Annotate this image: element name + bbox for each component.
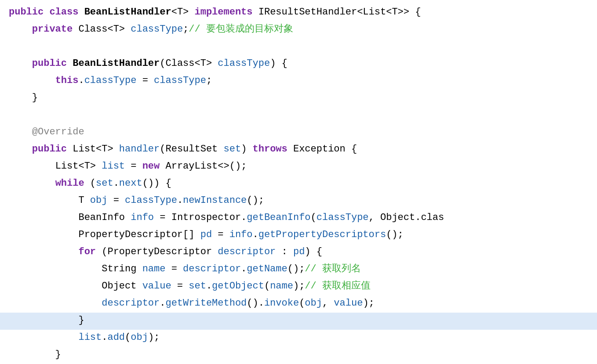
token: @Override: [32, 126, 84, 137]
token: List<T>: [73, 144, 119, 155]
token: =: [136, 75, 154, 86]
token: (ResultSet: [160, 144, 223, 155]
token: (: [125, 332, 131, 343]
token: }: [9, 92, 38, 103]
line-content: T obj = classType.newInstance();: [9, 193, 264, 208]
token: pd: [200, 229, 212, 240]
token: public: [9, 7, 49, 18]
line-content: }: [9, 313, 84, 328]
token: BeanInfo: [78, 212, 131, 223]
code-line: Object value = set.getObject(name);// 获取…: [0, 278, 597, 296]
token: getWriteMethod: [165, 298, 247, 309]
token: List<T>: [55, 161, 102, 172]
token: .: [102, 332, 107, 343]
token: value: [142, 281, 171, 292]
token: [9, 75, 55, 86]
token: obj: [90, 195, 108, 206]
token: ()) {: [142, 178, 171, 189]
token: info: [229, 229, 253, 240]
token: IResultSetHandler<List<T>> {: [258, 7, 421, 18]
token: classType: [125, 195, 177, 206]
code-line: T obj = classType.newInstance();: [0, 193, 597, 210]
token: value: [334, 298, 363, 309]
token: [9, 58, 32, 69]
token: ().: [247, 298, 264, 309]
token: );: [148, 332, 160, 343]
token: ) {: [270, 58, 288, 69]
token: ;: [206, 75, 212, 86]
token: next: [119, 178, 142, 189]
code-line: }: [0, 313, 597, 330]
code-line: while (set.next()) {: [0, 176, 597, 193]
token: , Object.: [369, 212, 421, 223]
token: =: [171, 281, 189, 292]
code-line: }: [0, 347, 597, 364]
token: Class<T>: [78, 24, 131, 35]
token: (: [90, 178, 96, 189]
code-line: @Override: [0, 124, 597, 141]
token: (: [264, 281, 270, 292]
token: classType: [317, 212, 369, 223]
token: handler: [119, 144, 160, 155]
line-content: public class BeanListHandler<T> implemen…: [9, 4, 421, 20]
token: public: [32, 58, 73, 69]
line-content: descriptor.getWriteMethod().invoke(obj, …: [9, 296, 375, 311]
token: Exception {: [293, 144, 357, 155]
token: .: [241, 263, 247, 274]
token: BeanListHandler: [73, 58, 160, 69]
line-content: }: [9, 347, 61, 362]
token: =: [165, 263, 183, 274]
token: (: [299, 298, 305, 309]
line-content: list.add(obj);: [9, 330, 160, 345]
line-content: String name = descriptor.getName();// 获取…: [9, 261, 361, 277]
token: = Introspector.: [154, 212, 247, 223]
token: set: [96, 178, 113, 189]
token: );: [363, 298, 374, 309]
token: getBeanInfo: [247, 212, 310, 223]
token: obj: [305, 298, 322, 309]
token: :: [276, 246, 293, 257]
token: }: [9, 349, 61, 360]
token: [9, 298, 102, 309]
token: [9, 195, 78, 206]
token: classType: [84, 75, 137, 86]
line-content: private Class<T> classType;// 要包装成的目标对象: [9, 22, 293, 37]
code-line: for (PropertyDescriptor descriptor : pd)…: [0, 244, 597, 261]
token: (Class<T>: [160, 58, 218, 69]
token: [9, 126, 32, 137]
line-content: this.classType = classType;: [9, 73, 212, 88]
token: classType: [154, 75, 206, 86]
token: [9, 212, 78, 223]
token: ;: [183, 24, 189, 35]
token: .: [113, 178, 119, 189]
line-content: public List<T> handler(ResultSet set) th…: [9, 141, 357, 157]
code-line: BeanInfo info = Introspector.getBeanInfo…: [0, 210, 597, 227]
token: // 获取相应值: [305, 281, 371, 292]
token: ();: [386, 229, 404, 240]
token: list: [78, 332, 102, 343]
token: [9, 263, 102, 274]
code-content: public class BeanListHandler<T> implemen…: [0, 4, 597, 364]
line-content: PropertyDescriptor[] pd = info.getProper…: [9, 227, 404, 242]
code-line: descriptor.getWriteMethod().invoke(obj, …: [0, 296, 597, 313]
code-editor: public class BeanListHandler<T> implemen…: [0, 0, 597, 364]
token: <T>: [171, 7, 195, 18]
token: ,: [322, 298, 334, 309]
token: name: [270, 281, 293, 292]
token: throws: [253, 144, 293, 155]
token: descriptor: [183, 263, 241, 274]
token: Object: [102, 281, 142, 292]
line-content: BeanInfo info = Introspector.getBeanInfo…: [9, 210, 444, 225]
token: classType: [218, 58, 270, 69]
token: ): [241, 144, 252, 155]
token: [9, 161, 55, 172]
token: .: [253, 229, 258, 240]
token: [9, 144, 32, 155]
code-line: this.classType = classType;: [0, 73, 597, 90]
token: .: [160, 298, 165, 309]
token: [9, 229, 78, 240]
token: classType: [131, 24, 183, 35]
token: set: [224, 144, 241, 155]
token: add: [107, 332, 125, 343]
token: [9, 178, 55, 189]
